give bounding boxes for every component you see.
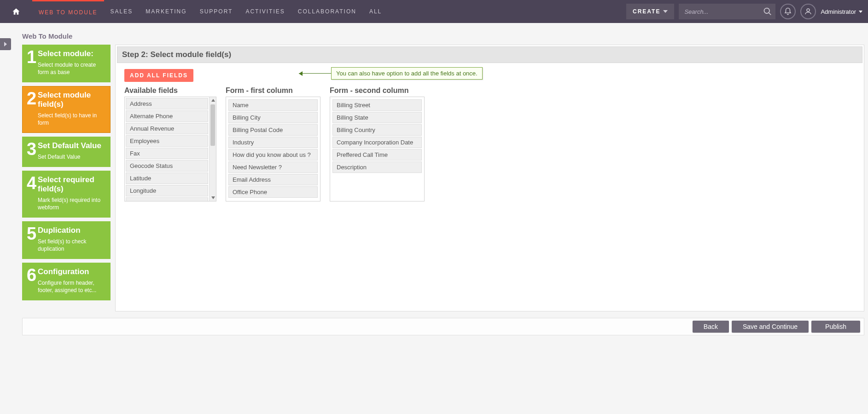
- step-number: 1: [27, 49, 38, 65]
- create-button-label: CREATE: [633, 8, 660, 15]
- search-input[interactable]: [684, 8, 763, 15]
- field-item[interactable]: Billing Country: [332, 124, 422, 136]
- field-item[interactable]: Industry: [228, 137, 318, 148]
- svg-point-0: [807, 9, 810, 12]
- nav-all[interactable]: ALL: [363, 0, 388, 23]
- field-item[interactable]: Office Phone: [228, 186, 318, 198]
- available-fields-column: Available fields Address Alternate Phone…: [124, 86, 216, 201]
- user-icon: [804, 7, 812, 16]
- field-item[interactable]: How did you know about us ?: [228, 149, 318, 161]
- step-4[interactable]: 4 Select required field(s) Mark field(s)…: [22, 171, 111, 218]
- scrollbar[interactable]: [209, 97, 216, 201]
- form-first-column: Form - first column Name Billing City Bi…: [226, 86, 320, 201]
- step-header: Step 2: Select module field(s): [117, 46, 862, 63]
- field-item[interactable]: Need Newsletter ?: [228, 161, 318, 173]
- main-topbar: WEB TO MODULE SALES MARKETING SUPPORT AC…: [0, 0, 868, 23]
- topbar-right-group: CREATE Administrator: [626, 0, 868, 23]
- step-desc: Set field(s) to check duplication: [38, 238, 106, 253]
- chevron-right-icon: [3, 42, 8, 46]
- step-desc: Set Default Value: [38, 153, 106, 161]
- nav-collaboration[interactable]: COLLABORATION: [291, 0, 363, 23]
- primary-nav: WEB TO MODULE SALES MARKETING SUPPORT AC…: [32, 0, 626, 23]
- form-second-column-list[interactable]: Billing Street Billing State Billing Cou…: [330, 97, 425, 201]
- create-button[interactable]: CREATE: [626, 4, 674, 19]
- step-5[interactable]: 5 Duplication Set field(s) to check dupl…: [22, 221, 111, 259]
- chevron-down-icon: [663, 10, 668, 13]
- chevron-down-icon: [859, 11, 862, 13]
- wizard-footer: Back Save and Continue Publish: [22, 318, 864, 335]
- user-avatar-button[interactable]: [800, 4, 816, 19]
- wizard-steps: 1 Select module: Select module to create…: [22, 45, 111, 300]
- step-number: 2: [27, 91, 38, 106]
- save-continue-button[interactable]: Save and Continue: [732, 321, 809, 333]
- step-title: Select required field(s): [38, 175, 106, 194]
- step-title: Set Default Value: [38, 141, 106, 150]
- field-item[interactable]: Latitude: [126, 172, 208, 184]
- nav-support[interactable]: SUPPORT: [193, 0, 239, 23]
- scroll-down-button[interactable]: [210, 195, 216, 201]
- callout-text: You can also have option to add all the …: [331, 67, 483, 80]
- field-item[interactable]: Address: [126, 98, 208, 109]
- scrollbar-thumb[interactable]: [210, 104, 215, 146]
- home-icon: [12, 7, 20, 16]
- field-item[interactable]: Billing Street: [332, 99, 422, 111]
- nav-web-to-module[interactable]: WEB TO MODULE: [32, 0, 104, 23]
- field-item[interactable]: Annual Revenue: [126, 123, 208, 134]
- breadcrumb: Web To Module: [0, 23, 868, 45]
- field-item[interactable]: Billing State: [332, 112, 422, 123]
- callout-arrow-icon: [299, 73, 331, 74]
- user-name-label: Administrator: [821, 8, 856, 15]
- field-item[interactable]: Alternate Phone: [126, 110, 208, 122]
- field-columns: Available fields Address Alternate Phone…: [124, 86, 855, 201]
- available-fields-list[interactable]: Address Alternate Phone Annual Revenue E…: [124, 97, 216, 201]
- step-body: ADD ALL FIELDS You can also have option …: [117, 64, 862, 310]
- user-menu[interactable]: Administrator: [821, 8, 862, 15]
- field-item[interactable]: Ownership: [126, 197, 208, 201]
- back-button[interactable]: Back: [693, 321, 729, 333]
- column-title: Available fields: [124, 86, 216, 95]
- step-number: 3: [27, 141, 38, 157]
- notifications-button[interactable]: [780, 4, 796, 19]
- search-icon[interactable]: [763, 6, 772, 17]
- form-first-column-list[interactable]: Name Billing City Billing Postal Code In…: [226, 97, 320, 201]
- step-3[interactable]: 3 Set Default Value Set Default Value: [22, 137, 111, 167]
- field-item[interactable]: Preffered Call Time: [332, 149, 422, 161]
- field-item[interactable]: Employees: [126, 135, 208, 147]
- nav-marketing[interactable]: MARKETING: [139, 0, 193, 23]
- step-number: 4: [27, 175, 38, 191]
- add-all-fields-button[interactable]: ADD ALL FIELDS: [124, 69, 193, 82]
- nav-activities[interactable]: ACTIVITIES: [239, 0, 291, 23]
- step-number: 5: [27, 226, 38, 242]
- step-2[interactable]: 2 Select module field(s) Select field(s)…: [22, 86, 111, 133]
- publish-button[interactable]: Publish: [811, 321, 860, 333]
- column-title: Form - second column: [330, 86, 425, 95]
- step-number: 6: [27, 267, 38, 283]
- field-item[interactable]: Geocode Status: [126, 160, 208, 172]
- field-item[interactable]: Longitude: [126, 185, 208, 196]
- field-item[interactable]: Billing City: [228, 112, 318, 123]
- home-button[interactable]: [0, 0, 32, 23]
- step-6[interactable]: 6 Configuration Configure form header, f…: [22, 263, 111, 300]
- bell-icon: [784, 7, 792, 16]
- global-search[interactable]: [679, 4, 775, 19]
- nav-sales[interactable]: SALES: [104, 0, 140, 23]
- content-pane: Step 2: Select module field(s) ADD ALL F…: [115, 45, 864, 311]
- chevron-down-icon: [211, 196, 215, 199]
- step-title: Select module field(s): [38, 91, 106, 109]
- scroll-up-button[interactable]: [210, 97, 216, 104]
- main-layout: 1 Select module: Select module to create…: [0, 45, 868, 315]
- step-1[interactable]: 1 Select module: Select module to create…: [22, 45, 111, 82]
- step-desc: Select module to create form as base: [38, 61, 106, 76]
- field-item[interactable]: Billing Postal Code: [228, 124, 318, 136]
- field-item[interactable]: Description: [332, 161, 422, 173]
- step-title: Select module:: [38, 49, 106, 58]
- field-item[interactable]: Name: [228, 99, 318, 111]
- field-item[interactable]: Email Address: [228, 174, 318, 185]
- field-item[interactable]: Company Incorporation Date: [332, 137, 422, 148]
- step-desc: Configure form header, footer, assigned …: [38, 279, 106, 294]
- chevron-up-icon: [211, 99, 215, 102]
- field-item[interactable]: Fax: [126, 148, 208, 159]
- help-callout: You can also have option to add all the …: [299, 67, 483, 80]
- step-desc: Mark field(s) required into webform: [38, 196, 106, 211]
- side-panel-toggle[interactable]: [0, 38, 11, 50]
